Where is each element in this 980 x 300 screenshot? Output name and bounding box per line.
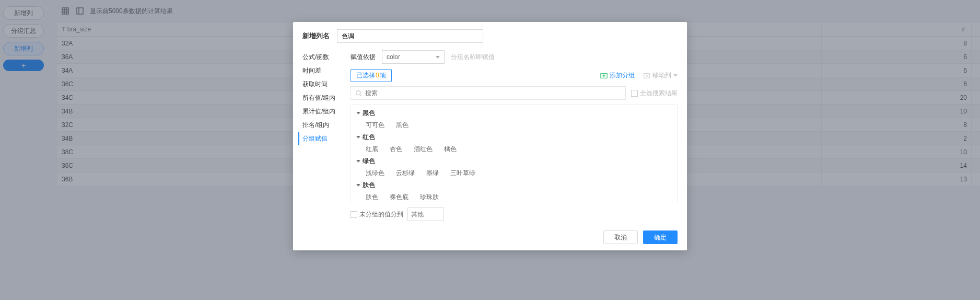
group-items: 肤色裸色底珍珠肤 — [356, 190, 672, 202]
collapse-triangle-icon — [356, 184, 360, 187]
group-header[interactable]: 黑色 — [356, 109, 672, 118]
group-item[interactable]: 肤色 — [366, 193, 378, 202]
search-box[interactable] — [351, 86, 626, 100]
new-column-name-input[interactable] — [337, 29, 483, 43]
basis-label: 赋值依据 — [351, 53, 376, 62]
group-item[interactable]: 黑色 — [396, 121, 409, 130]
chevron-down-icon — [436, 56, 440, 59]
selected-count-badge[interactable]: 已选择0项 — [351, 69, 392, 82]
basis-select[interactable]: color — [382, 50, 445, 64]
group-item[interactable]: 珍珠肤 — [420, 193, 439, 202]
add-group-button[interactable]: 添加分组 — [600, 71, 635, 80]
nav-item-6[interactable]: 分组赋值 — [298, 132, 340, 145]
nav-item-5[interactable]: 排名/组内 — [302, 118, 340, 132]
group-name: 肤色 — [363, 181, 375, 190]
group-header[interactable]: 肤色 — [356, 181, 672, 190]
svg-point-11 — [356, 90, 360, 95]
move-to-button: 移动到 — [643, 71, 678, 80]
group-header[interactable]: 绿色 — [356, 157, 672, 166]
modal-dialog: 新增列名 公式/函数时间差获取时间所有值/组内累计值/组内排名/组内分组赋值 赋… — [293, 22, 687, 250]
search-icon — [355, 90, 362, 97]
group-header[interactable]: 红色 — [356, 133, 672, 142]
cancel-button[interactable]: 取消 — [603, 230, 638, 244]
group-items: 浅绿色云杉绿墨绿三叶草绿 — [356, 166, 672, 178]
group: 肤色肤色裸色底珍珠肤 — [356, 181, 672, 202]
group-item[interactable]: 红底 — [366, 145, 378, 154]
group-item[interactable]: 杏色 — [390, 145, 402, 154]
collapse-triangle-icon — [356, 160, 360, 163]
nav-item-2[interactable]: 获取时间 — [302, 77, 340, 91]
group: 红色红底杏色酒红色橘色 — [356, 133, 672, 154]
checkbox-icon — [351, 211, 357, 218]
unassigned-label: 未分组的值分到 — [359, 210, 403, 219]
move-to-label: 移动到 — [652, 71, 671, 80]
group-item[interactable]: 酒红色 — [414, 145, 433, 154]
group-name: 绿色 — [363, 157, 375, 166]
unassigned-target-input[interactable] — [407, 207, 444, 221]
group-item[interactable]: 橘色 — [444, 145, 457, 154]
badge-prefix: 已选择 — [356, 72, 375, 79]
svg-line-12 — [360, 94, 361, 95]
ok-button[interactable]: 确定 — [643, 230, 678, 244]
collapse-triangle-icon — [356, 136, 360, 139]
unassigned-checkbox[interactable]: 未分组的值分到 — [351, 210, 403, 219]
svg-rect-10 — [644, 73, 650, 78]
nav-item-3[interactable]: 所有值/组内 — [302, 91, 340, 105]
group-item[interactable]: 墨绿 — [426, 169, 439, 178]
group-item[interactable]: 浅绿色 — [366, 169, 384, 178]
group-item[interactable]: 可可色 — [366, 121, 384, 130]
group-name: 红色 — [363, 133, 375, 142]
badge-suffix: 项 — [380, 72, 386, 79]
add-group-label: 添加分组 — [610, 71, 635, 80]
select-all-checkbox[interactable]: 全选搜索结果 — [631, 89, 678, 98]
group-item[interactable]: 裸色底 — [390, 193, 409, 202]
modal-title-label: 新增列名 — [302, 31, 330, 41]
group-items: 红底杏色酒红色橘色 — [356, 142, 672, 154]
group-item[interactable]: 三叶草绿 — [450, 169, 475, 178]
search-input[interactable] — [365, 89, 621, 97]
select-all-label: 全选搜索结果 — [640, 89, 678, 98]
nav-item-1[interactable]: 时间差 — [302, 64, 340, 77]
nav-item-4[interactable]: 累计值/组内 — [302, 105, 340, 118]
nav-item-0[interactable]: 公式/函数 — [302, 50, 340, 64]
collapse-triangle-icon — [356, 112, 360, 114]
checkbox-icon — [631, 90, 638, 97]
modal-overlay: 新增列名 公式/函数时间差获取时间所有值/组内累计值/组内排名/组内分组赋值 赋… — [0, 0, 980, 300]
basis-hint: 分组名称即赋值 — [451, 53, 495, 62]
group-name: 黑色 — [363, 109, 375, 118]
group-item[interactable]: 云杉绿 — [396, 169, 415, 178]
group-items: 可可色黑色 — [356, 118, 672, 130]
group: 黑色可可色黑色 — [356, 109, 672, 130]
basis-selected-value: color — [387, 53, 400, 61]
group: 绿色浅绿色云杉绿墨绿三叶草绿 — [356, 157, 672, 178]
badge-count: 0 — [376, 72, 379, 79]
groups-pane[interactable]: 黑色可可色黑色红色红底杏色酒红色橘色绿色浅绿色云杉绿墨绿三叶草绿肤色肤色裸色底珍… — [351, 104, 678, 202]
chevron-down-icon — [673, 74, 678, 77]
modal-nav: 公式/函数时间差获取时间所有值/组内累计值/组内排名/组内分组赋值 — [293, 50, 340, 225]
